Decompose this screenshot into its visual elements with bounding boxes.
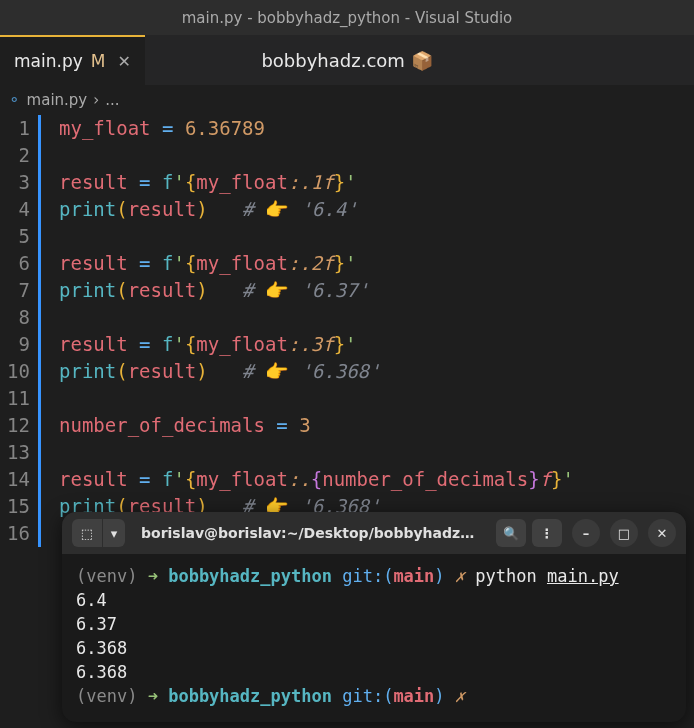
code-line[interactable]: result = f'{my_float:.2f}' — [59, 250, 694, 277]
line-number: 6 — [0, 250, 30, 277]
line-number: 16 — [0, 520, 30, 547]
terminal-window: ⬚ ▾ borislav@borislav:~/Desktop/bobbyhad… — [62, 512, 686, 722]
line-number: 3 — [0, 169, 30, 196]
tab-bar: main.py M ✕ bobbyhadz.com 📦 — [0, 35, 694, 85]
code-content[interactable]: my_float = 6.36789result = f'{my_float:.… — [59, 115, 694, 547]
terminal-output-line: 6.368 — [76, 660, 672, 684]
terminal-output-line: 6.37 — [76, 612, 672, 636]
line-number: 1 — [0, 115, 30, 142]
terminal-output-line: 6.4 — [76, 588, 672, 612]
line-number: 7 — [0, 277, 30, 304]
line-number: 11 — [0, 385, 30, 412]
breadcrumb-file: main.py — [27, 91, 88, 109]
code-line[interactable] — [59, 304, 694, 331]
line-number: 10 — [0, 358, 30, 385]
watermark: bobbyhadz.com 📦 — [261, 50, 432, 71]
line-number: 9 — [0, 331, 30, 358]
line-number: 4 — [0, 196, 30, 223]
code-line[interactable] — [59, 385, 694, 412]
minimize-icon[interactable]: – — [572, 519, 600, 547]
breadcrumb[interactable]: ⚬ main.py › ... — [0, 85, 694, 115]
breadcrumb-more: ... — [105, 91, 119, 109]
code-line[interactable]: result = f'{my_float:.{number_of_decimal… — [59, 466, 694, 493]
python-icon: ⚬ — [8, 91, 21, 109]
code-line[interactable]: print(result) # 👉 '6.368' — [59, 358, 694, 385]
line-number: 5 — [0, 223, 30, 250]
tab-filename: main.py — [14, 51, 83, 71]
dropdown-icon[interactable]: ▾ — [103, 519, 125, 547]
terminal-title: borislav@borislav:~/Desktop/bobbyhadz_..… — [131, 525, 490, 541]
maximize-icon[interactable]: □ — [610, 519, 638, 547]
window-title: main.py - bobbyhadz_python - Visual Stud… — [182, 9, 513, 27]
line-number: 14 — [0, 466, 30, 493]
terminal-header: ⬚ ▾ borislav@borislav:~/Desktop/bobbyhad… — [62, 512, 686, 554]
breadcrumb-sep: › — [93, 91, 99, 109]
terminal-line: (venv) ➜ bobbyhadz_python git:(main) ✗ — [76, 684, 672, 708]
new-tab-icon[interactable]: ⬚ — [72, 519, 102, 547]
line-number: 12 — [0, 412, 30, 439]
code-line[interactable] — [59, 142, 694, 169]
code-line[interactable]: print(result) # 👉 '6.4' — [59, 196, 694, 223]
close-icon[interactable]: ✕ — [117, 52, 130, 71]
code-line[interactable]: my_float = 6.36789 — [59, 115, 694, 142]
code-line[interactable]: print(result) # 👉 '6.37' — [59, 277, 694, 304]
code-line[interactable]: number_of_decimals = 3 — [59, 412, 694, 439]
editor-tab-main[interactable]: main.py M ✕ — [0, 35, 145, 85]
tab-modified-badge: M — [91, 51, 106, 71]
code-line[interactable]: result = f'{my_float:.3f}' — [59, 331, 694, 358]
line-number: 13 — [0, 439, 30, 466]
title-bar: main.py - bobbyhadz_python - Visual Stud… — [0, 0, 694, 35]
terminal-line: (venv) ➜ bobbyhadz_python git:(main) ✗ p… — [76, 564, 672, 588]
search-icon[interactable]: 🔍 — [496, 519, 526, 547]
menu-icon[interactable]: ⋮ — [532, 519, 562, 547]
terminal-output-line: 6.368 — [76, 636, 672, 660]
close-icon[interactable]: ✕ — [648, 519, 676, 547]
code-editor[interactable]: 12345678910111213141516 my_float = 6.367… — [0, 115, 694, 547]
fold-indicator — [38, 115, 41, 547]
code-line[interactable]: result = f'{my_float:.1f}' — [59, 169, 694, 196]
line-numbers: 12345678910111213141516 — [0, 115, 38, 547]
line-number: 2 — [0, 142, 30, 169]
line-number: 8 — [0, 304, 30, 331]
code-line[interactable] — [59, 439, 694, 466]
line-number: 15 — [0, 493, 30, 520]
terminal-body[interactable]: (venv) ➜ bobbyhadz_python git:(main) ✗ p… — [62, 554, 686, 722]
code-line[interactable] — [59, 223, 694, 250]
